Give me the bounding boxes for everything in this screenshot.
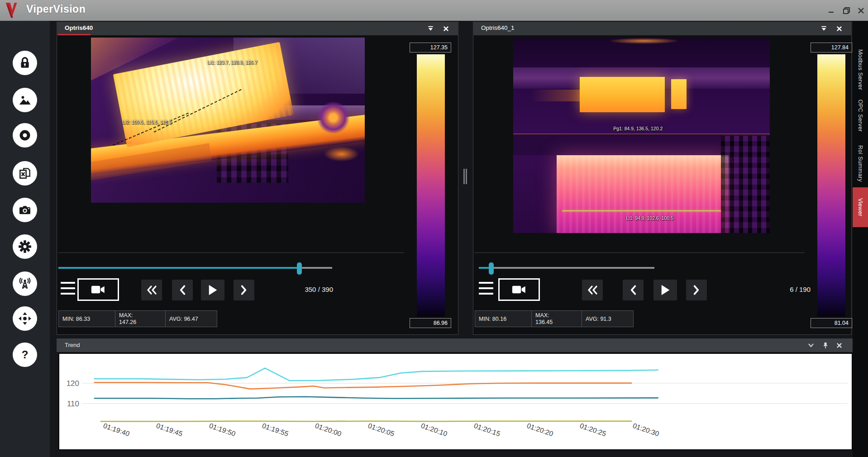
side-tabstrip: Modbus Server OPC Server RoI Summary Vie… [853, 21, 868, 457]
panel-dropdown-button[interactable] [426, 24, 435, 33]
slider-fill [58, 267, 299, 269]
sidebar: ? [0, 21, 50, 457]
titlebar: ViperVision [0, 0, 868, 21]
viewer-left-title: Optris640 [65, 24, 93, 31]
stat-max: MAX: 147.26 [115, 310, 166, 327]
image-gallery-button[interactable] [13, 88, 37, 112]
transport-menu-button[interactable] [61, 282, 75, 295]
lock-button[interactable] [13, 51, 37, 75]
stat-min: MIN: 80.16 [475, 310, 532, 327]
play-button[interactable] [653, 280, 677, 300]
video-mode-button[interactable] [498, 278, 540, 301]
play-icon [207, 284, 218, 296]
roi-line-li1[interactable] [562, 210, 721, 211]
dropdown-pin-icon [820, 25, 827, 32]
rewind-icon [587, 285, 598, 295]
thermal-image-left[interactable]: Li1: 123.7, 128.9, 126.7 Li2: 109.5, 115… [91, 38, 365, 203]
colorbar-min-value[interactable]: 86.96 [410, 318, 451, 328]
viewer-right-body: Pg1: 84.9, 136.5, 120.2 Li1: 94.9, 102.6… [473, 35, 852, 335]
thermal-image-right[interactable]: Pg1: 84.9, 136.5, 120.2 Li1: 94.9, 102.6… [513, 38, 770, 233]
trend-chart: 12011001:19:4001:19:4501:19:5001:19:5501… [58, 353, 853, 450]
svg-text:01:20:05: 01:20:05 [367, 422, 396, 438]
colorbar-min-value[interactable]: 81.04 [811, 318, 852, 328]
frame-slider-right[interactable] [479, 266, 654, 270]
viewer-right-title: Optris640_1 [481, 24, 515, 31]
stat-avg: AVG: 91.3 [582, 310, 634, 327]
window-close-button[interactable] [855, 5, 867, 16]
rewind-button[interactable] [141, 280, 162, 300]
rewind-icon [146, 285, 157, 295]
trend-close-button[interactable] [835, 341, 844, 349]
lock-icon [18, 56, 32, 70]
rewind-button[interactable] [582, 280, 603, 300]
app-title: ViperVision [26, 3, 86, 15]
dropdown-pin-icon [427, 25, 434, 32]
thermal-structure [721, 136, 770, 233]
previous-frame-button[interactable] [623, 280, 644, 300]
colorbar-max-value[interactable]: 127.84 [811, 43, 852, 52]
help-icon: ? [18, 348, 32, 362]
video-mode-button[interactable] [77, 278, 119, 301]
trend-title: Trend [65, 342, 80, 348]
slider-thumb[interactable] [489, 262, 494, 275]
broadcast-button[interactable] [13, 271, 37, 296]
roi-label-li1: Li1: 123.7, 128.9, 126.7 [207, 60, 257, 65]
colorbar-max-value[interactable]: 127.35 [410, 43, 451, 52]
close-icon [443, 26, 449, 32]
panel-splitter-handle[interactable] [462, 167, 470, 186]
svg-text:01:20:30: 01:20:30 [632, 422, 660, 438]
pan-arrows-icon [18, 311, 32, 326]
next-frame-button[interactable] [234, 280, 254, 300]
thermal-hotspot [531, 90, 582, 101]
stat-avg: AVG: 96.47 [166, 310, 217, 327]
window-restore-button[interactable] [840, 5, 852, 16]
previous-frame-button[interactable] [172, 280, 193, 300]
panel-close-button[interactable] [441, 24, 450, 33]
svg-text:?: ? [22, 348, 29, 361]
panel-close-button[interactable] [835, 24, 844, 33]
slider-thumb[interactable] [297, 262, 302, 275]
pan-button[interactable] [13, 306, 37, 331]
tab-modbus-server[interactable]: Modbus Server [853, 46, 868, 93]
stats-strip-right: MIN: 80.16 MAX: 136.45 AVG: 91.3 [475, 310, 634, 327]
tab-roi-summary[interactable]: RoI Summary [853, 139, 868, 187]
record-button[interactable] [13, 123, 37, 148]
settings-button[interactable] [13, 234, 37, 259]
viewer-panel-left: Optris640 [57, 22, 458, 335]
slider-track[interactable] [479, 267, 654, 269]
export-report-button[interactable] [13, 161, 37, 186]
window-minimize-button[interactable] [825, 5, 837, 16]
camera-icon [18, 203, 32, 217]
export-file-icon [18, 166, 32, 181]
transport-menu-button[interactable] [479, 282, 493, 295]
thermal-hot-rect [671, 79, 687, 109]
viewer-right-header: Optris640_1 [473, 22, 852, 35]
viewer-left-body: Li1: 123.7, 128.9, 126.7 Li2: 109.5, 115… [57, 35, 458, 335]
trend-collapse-button[interactable] [806, 341, 816, 349]
svg-text:01:20:00: 01:20:00 [314, 422, 343, 438]
separator [474, 252, 805, 253]
svg-text:01:20:10: 01:20:10 [420, 422, 448, 438]
tab-viewer[interactable]: Viewer [853, 187, 868, 227]
pin-icon [823, 342, 828, 349]
trend-panel: Trend 12011001:19:4001:19:4501:19:5001:1… [57, 338, 853, 450]
svg-text:01:19:55: 01:19:55 [261, 422, 290, 438]
trend-pin-button[interactable] [821, 341, 830, 349]
chevron-right-icon [240, 285, 248, 295]
viewer-left-header: Optris640 [57, 22, 458, 35]
panel-dropdown-button[interactable] [819, 24, 828, 33]
tab-opc-server[interactable]: OPC Server [853, 94, 868, 138]
frame-slider-left[interactable] [58, 266, 332, 270]
snapshot-button[interactable] [13, 198, 37, 222]
trend-header: Trend [57, 338, 853, 352]
trend-chart-svg: 12011001:19:4001:19:4501:19:5001:19:5501… [59, 354, 852, 449]
video-camera-icon [90, 285, 106, 295]
svg-text:120: 120 [67, 379, 79, 388]
svg-text:01:20:20: 01:20:20 [526, 422, 554, 438]
next-frame-button[interactable] [686, 280, 707, 300]
chevron-left-icon [629, 285, 637, 295]
close-icon [836, 26, 842, 32]
frame-counter-right: 6 / 190 [745, 286, 811, 293]
help-button[interactable]: ? [13, 343, 37, 367]
play-button[interactable] [201, 280, 224, 300]
